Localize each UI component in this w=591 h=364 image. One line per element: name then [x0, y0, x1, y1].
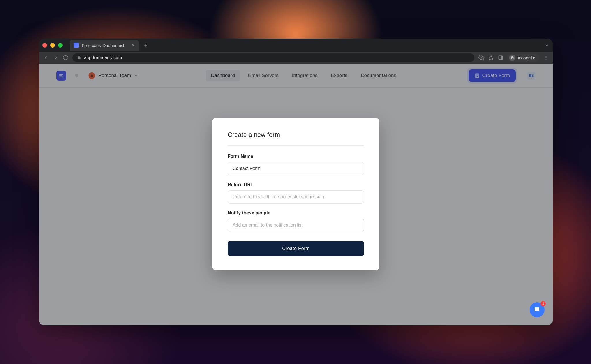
lock-icon: [77, 56, 81, 60]
svg-point-6: [546, 59, 547, 60]
modal-divider: [228, 145, 364, 146]
back-button[interactable]: [43, 55, 49, 61]
bookmark-star-icon[interactable]: [488, 55, 494, 61]
panel-icon[interactable]: [498, 55, 503, 60]
form-name-input[interactable]: [228, 162, 364, 175]
chat-icon: [534, 306, 540, 313]
chat-notification-badge: 1: [540, 301, 546, 306]
eye-hidden-icon[interactable]: [478, 55, 484, 61]
url-text: app.formcarry.com: [84, 55, 122, 60]
svg-point-5: [546, 57, 547, 58]
new-tab-button[interactable]: +: [141, 42, 151, 49]
form-name-label: Form Name: [228, 154, 364, 159]
svg-rect-2: [499, 56, 503, 60]
close-tab-icon[interactable]: ×: [132, 42, 135, 48]
browser-menu-icon[interactable]: [543, 55, 549, 60]
return-url-input[interactable]: [228, 190, 364, 204]
notify-input[interactable]: [228, 219, 364, 232]
create-form-modal: Create a new form Form Name Return URL N…: [212, 118, 379, 270]
tabs-dropdown-icon[interactable]: [545, 43, 549, 48]
browser-tab-bar: Formcarry Dashboard × +: [39, 39, 553, 52]
minimize-window-button[interactable]: [50, 43, 55, 48]
incognito-label: Incognito: [518, 55, 535, 60]
incognito-icon: [509, 55, 515, 61]
reload-button[interactable]: [63, 55, 68, 61]
window-controls: [42, 43, 67, 48]
tab-title: Formcarry Dashboard: [82, 43, 124, 48]
browser-address-bar: app.formcarry.com Incognito: [39, 52, 553, 64]
notify-label: Notify these people: [228, 210, 364, 216]
chat-button[interactable]: 1: [530, 302, 545, 317]
forward-button[interactable]: [53, 55, 59, 61]
return-url-label: Return URL: [228, 182, 364, 187]
modal-submit-button[interactable]: Create Form: [228, 241, 364, 256]
app-content: Personal Team Dashboard Email Servers In…: [39, 64, 553, 325]
svg-marker-1: [489, 55, 494, 60]
modal-title: Create a new form: [228, 131, 364, 139]
svg-point-4: [546, 56, 547, 57]
browser-window: Formcarry Dashboard × + app.formcarry.co…: [39, 39, 553, 325]
browser-tab[interactable]: Formcarry Dashboard ×: [70, 40, 139, 51]
formcarry-favicon: [74, 43, 79, 48]
incognito-badge[interactable]: Incognito: [507, 53, 539, 62]
url-field[interactable]: app.formcarry.com: [72, 53, 474, 62]
close-window-button[interactable]: [42, 43, 47, 48]
maximize-window-button[interactable]: [58, 43, 63, 48]
